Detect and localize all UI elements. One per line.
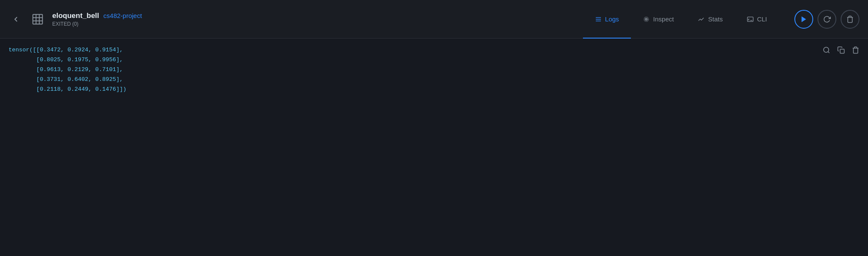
- content-area: tensor([[0.3472, 0.2924, 0.9154], [0.802…: [0, 39, 868, 256]
- container-name: eloquent_bell: [52, 12, 99, 20]
- cli-label: CLI: [757, 15, 767, 23]
- project-link[interactable]: cs482-project: [104, 12, 142, 19]
- inspect-icon: [643, 15, 650, 23]
- header-actions: [794, 10, 859, 29]
- container-status: EXITED (0): [52, 21, 142, 27]
- svg-rect-0: [33, 14, 43, 24]
- container-title: eloquent_bell cs482-project EXITED (0): [52, 12, 142, 27]
- logs-icon: [595, 15, 602, 23]
- content-actions: [814, 39, 868, 256]
- stats-label: Stats: [708, 15, 722, 23]
- nav-tabs: Logs Inspect Stats: [583, 0, 779, 38]
- logs-label: Logs: [605, 15, 619, 23]
- inspect-label: Inspect: [653, 15, 674, 23]
- log-output: tensor([[0.3472, 0.2924, 0.9154], [0.802…: [0, 39, 814, 256]
- header: eloquent_bell cs482-project EXITED (0) L…: [0, 0, 868, 39]
- tab-stats[interactable]: Stats: [686, 0, 734, 39]
- search-logs-button[interactable]: [821, 45, 832, 56]
- svg-marker-13: [802, 16, 806, 22]
- svg-rect-16: [840, 49, 844, 54]
- svg-point-14: [823, 47, 829, 52]
- tab-cli[interactable]: CLI: [735, 0, 779, 39]
- delete-button[interactable]: [841, 10, 859, 29]
- svg-point-10: [646, 19, 646, 20]
- back-button[interactable]: [9, 14, 23, 25]
- container-icon: [30, 12, 45, 27]
- refresh-button[interactable]: [817, 10, 836, 29]
- copy-logs-button[interactable]: [835, 45, 847, 56]
- tab-inspect[interactable]: Inspect: [631, 0, 686, 39]
- svg-line-15: [828, 51, 829, 53]
- play-button[interactable]: [794, 10, 813, 29]
- clear-logs-button[interactable]: [850, 45, 861, 56]
- tab-logs[interactable]: Logs: [583, 0, 631, 39]
- stats-icon: [698, 15, 705, 23]
- cli-icon: [747, 15, 754, 23]
